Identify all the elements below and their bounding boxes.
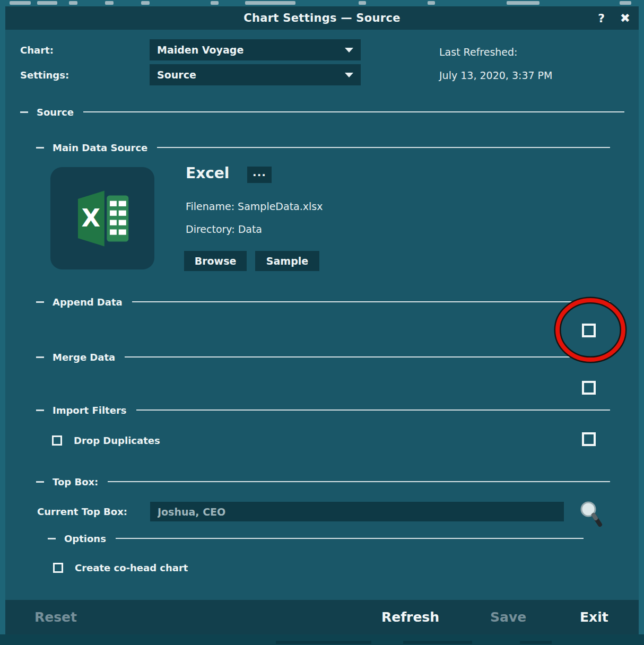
excel-icon: X bbox=[68, 185, 136, 252]
chart-label: Chart: bbox=[20, 45, 54, 56]
section-main-data-source-label: Main Data Source bbox=[53, 142, 147, 153]
create-co-head-label: Create co-head chart bbox=[75, 562, 188, 573]
section-append-data[interactable]: Append Data bbox=[36, 295, 610, 309]
chart-settings-dialog: Chart Settings — Source ? ✖ Chart: Maide… bbox=[5, 6, 639, 634]
directory-text: Directory: Data bbox=[186, 223, 262, 235]
section-main-data-source[interactable]: Main Data Source bbox=[36, 141, 610, 154]
section-rule bbox=[125, 356, 610, 358]
browse-button[interactable]: Browse bbox=[184, 251, 247, 271]
last-refreshed-value: July 13, 2020, 3:37 PM bbox=[439, 69, 552, 81]
settings-dropdown[interactable]: Source bbox=[150, 64, 361, 85]
drop-duplicates-label: Drop Duplicates bbox=[74, 435, 160, 446]
section-rule bbox=[157, 147, 610, 148]
section-merge-data-label: Merge Data bbox=[53, 352, 115, 363]
last-refreshed-label: Last Refreshed: bbox=[439, 46, 518, 58]
chart-dropdown-value: Maiden Voyage bbox=[157, 44, 345, 56]
current-top-box-input[interactable] bbox=[150, 502, 564, 521]
current-top-box-label: Current Top Box: bbox=[37, 506, 127, 517]
chevron-down-icon bbox=[345, 73, 353, 77]
collapse-dash-icon bbox=[20, 111, 28, 113]
filename-text: Filename: SampleData.xlsx bbox=[186, 201, 323, 212]
dialog-title: Chart Settings — Source bbox=[243, 12, 400, 24]
dialog-footer: Reset Refresh Save Exit bbox=[5, 600, 639, 634]
section-source-label: Source bbox=[37, 107, 74, 118]
section-options-label: Options bbox=[64, 533, 106, 544]
collapse-dash-icon bbox=[36, 301, 44, 303]
dialog-titlebar: Chart Settings — Source bbox=[5, 6, 639, 30]
collapse-dash-icon bbox=[36, 147, 44, 149]
settings-dropdown-value: Source bbox=[157, 69, 345, 81]
excel-source-tile[interactable]: X bbox=[50, 167, 154, 269]
section-import-filters-label: Import Filters bbox=[53, 405, 127, 416]
create-co-head-checkbox[interactable] bbox=[53, 563, 63, 573]
section-append-data-label: Append Data bbox=[53, 297, 123, 308]
import-filters-checkbox[interactable] bbox=[582, 432, 596, 446]
reset-button[interactable]: Reset bbox=[34, 600, 77, 634]
chart-dropdown[interactable]: Maiden Voyage bbox=[150, 39, 361, 60]
section-rule bbox=[132, 301, 610, 302]
refresh-button[interactable]: Refresh bbox=[381, 600, 439, 634]
collapse-dash-icon bbox=[48, 538, 56, 539]
background-window-bottom bbox=[0, 634, 644, 645]
section-top-box-label: Top Box: bbox=[53, 476, 98, 487]
section-options[interactable]: Options bbox=[48, 531, 584, 545]
section-merge-data[interactable]: Merge Data bbox=[36, 350, 610, 364]
sample-button[interactable]: Sample bbox=[255, 251, 319, 271]
section-import-filters[interactable]: Import Filters bbox=[36, 403, 610, 417]
collapse-dash-icon bbox=[36, 409, 44, 411]
section-rule bbox=[136, 409, 611, 411]
more-options-button[interactable]: ··· bbox=[247, 167, 272, 183]
settings-label: Settings: bbox=[20, 69, 69, 81]
drop-duplicates-checkbox[interactable] bbox=[52, 435, 62, 446]
section-top-box[interactable]: Top Box: bbox=[36, 475, 610, 489]
section-rule bbox=[116, 538, 584, 539]
section-source[interactable]: Source bbox=[20, 105, 624, 119]
chevron-down-icon bbox=[345, 48, 353, 53]
exit-button[interactable]: Exit bbox=[580, 600, 608, 634]
help-button[interactable]: ? bbox=[598, 6, 605, 30]
close-icon[interactable]: ✖ bbox=[620, 6, 630, 30]
section-rule bbox=[83, 111, 624, 112]
source-type-name: Excel bbox=[186, 164, 229, 182]
save-button[interactable]: Save bbox=[490, 600, 526, 634]
collapse-dash-icon bbox=[36, 481, 44, 483]
merge-data-checkbox[interactable] bbox=[582, 381, 596, 395]
section-rule bbox=[108, 481, 610, 482]
collapse-dash-icon bbox=[36, 356, 44, 358]
append-data-checkbox[interactable] bbox=[582, 324, 596, 337]
svg-text:X: X bbox=[81, 204, 100, 232]
search-icon[interactable] bbox=[576, 498, 606, 529]
